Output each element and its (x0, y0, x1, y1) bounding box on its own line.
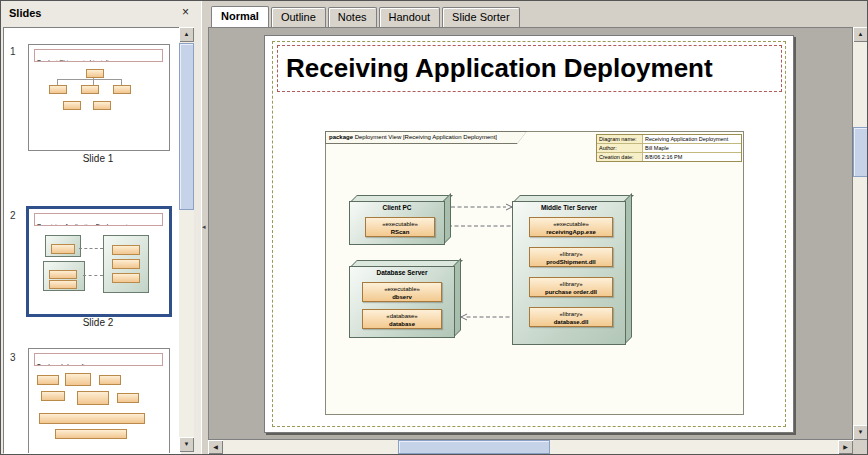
mini-shape (49, 280, 77, 289)
mini-node (103, 235, 149, 293)
frame-keyword: package (329, 134, 353, 140)
uml-frame-label: package Deployment View [Receiving Appli… (326, 132, 529, 143)
table-value: Receiving Application Deployment (643, 135, 741, 143)
tab-notes[interactable]: Notes (328, 7, 377, 27)
title-placeholder[interactable]: Receiving Application Deployment (277, 45, 782, 92)
table-key: Author: (597, 144, 643, 152)
table-row: Creation date: 8/8/06 2:16 PM (597, 152, 741, 161)
slide-thumbnail-3[interactable]: Top Level class diagram (28, 348, 170, 454)
component-receivingapp[interactable]: «executable» receivingApp.exe (529, 217, 613, 237)
uml-frame-pentagon: package Deployment View [Receiving Appli… (325, 131, 527, 144)
stereotype-label: «library» (530, 250, 612, 258)
table-value: Bill Maple (643, 144, 741, 152)
mini-slide-title: Product Shipment object diagram (35, 59, 126, 62)
node-database-server[interactable]: Database Server «executable» dbserv «dat… (349, 260, 461, 338)
table-key: Diagram name: (597, 135, 643, 143)
vertical-scrollbar-thumb[interactable] (853, 127, 868, 177)
mini-shape (77, 391, 109, 405)
slide-thumbnail-1[interactable]: Product Shipment object diagram (28, 44, 170, 151)
component-name: dbserv (363, 293, 441, 301)
component-name: prodShipment.dll (530, 258, 612, 266)
mini-shape (55, 429, 127, 439)
uml-frame[interactable]: package Deployment View [Receiving Appli… (325, 131, 744, 415)
slide-thumbnail-2[interactable]: Receiving Application Deployment (28, 208, 170, 315)
mini-title-box: Top Level class diagram (34, 353, 163, 366)
node-title: Middle Tier Server (512, 204, 626, 211)
mini-shape (117, 393, 139, 403)
component-prodshipment-dll[interactable]: «library» prodShipment.dll (529, 247, 613, 267)
component-dbserv[interactable]: «executable» dbserv (362, 282, 442, 302)
scroll-up-icon[interactable]: ▲ (179, 27, 194, 42)
mini-shape (51, 244, 75, 254)
scroll-down-icon[interactable]: ▼ (179, 437, 194, 452)
component-rscan[interactable]: «executable» RScan (365, 217, 435, 237)
collapse-panel-icon[interactable]: ◂ (202, 223, 206, 231)
mini-shape (112, 259, 140, 269)
stereotype-label: «library» (530, 310, 612, 318)
slide-2-number: 2 (10, 210, 16, 221)
slide-1-caption: Slide 1 (28, 153, 168, 164)
component-name: database (363, 320, 441, 328)
mini-node (43, 261, 85, 291)
scroll-down-icon[interactable]: ▼ (853, 425, 868, 440)
slide-title: Receiving Application Deployment (278, 46, 781, 91)
mini-shape (37, 375, 59, 385)
mini-shape (63, 101, 81, 110)
impress-window: Slides × 1 Product Shipment object diagr… (0, 0, 868, 455)
slide-3-number: 3 (10, 352, 16, 363)
mini-shape (65, 373, 91, 386)
horizontal-scrollbar-thumb[interactable] (398, 440, 550, 454)
stereotype-label: «database» (363, 312, 441, 320)
horizontal-scrollbar[interactable]: ◀ ▶ (208, 440, 853, 454)
vertical-scrollbar[interactable]: ▲ ▼ (853, 27, 868, 440)
tab-handout[interactable]: Handout (379, 7, 441, 27)
mini-shape (49, 270, 77, 279)
slides-panel: Slides × 1 Product Shipment object diagr… (1, 1, 202, 454)
slides-panel-title: Slides (9, 7, 41, 19)
mini-shape (99, 375, 121, 385)
slide-thumbnail-list[interactable]: 1 Product Shipment object diagram Slide … (3, 27, 181, 454)
panel-scrollbar[interactable]: ▲ ▼ (179, 27, 194, 452)
tab-outline[interactable]: Outline (271, 7, 326, 27)
slides-panel-header: Slides × (1, 1, 201, 27)
scroll-right-icon[interactable]: ▶ (838, 440, 853, 454)
mini-shape (81, 85, 99, 94)
mini-shape (112, 273, 140, 283)
close-icon[interactable]: × (178, 5, 193, 20)
mini-connector (57, 79, 121, 80)
mini-dependency (83, 275, 103, 276)
component-name: purchase order.dll (530, 288, 612, 296)
node-title: Client PC (349, 204, 445, 211)
mini-slide-title: Top Level class diagram (35, 363, 101, 366)
component-name: database.dll (530, 318, 612, 326)
component-purchase-order-dll[interactable]: «library» purchase order.dll (529, 277, 613, 297)
slide-1-number: 1 (10, 46, 16, 57)
scroll-left-icon[interactable]: ◀ (208, 440, 223, 454)
node-middle-tier-server[interactable]: Middle Tier Server «executable» receivin… (512, 195, 632, 345)
mini-node (45, 235, 81, 257)
mini-title-box: Product Shipment object diagram (34, 49, 163, 62)
table-value: 8/8/06 2:16 PM (643, 153, 741, 161)
table-row: Author: Bill Maple (597, 143, 741, 152)
table-row: Diagram name: Receiving Application Depl… (597, 135, 741, 143)
tab-slide-sorter[interactable]: Slide Sorter (442, 7, 519, 27)
slide-canvas[interactable]: Receiving Application Deployment package… (264, 35, 794, 433)
mini-shape (86, 69, 104, 78)
scroll-up-icon[interactable]: ▲ (853, 27, 868, 42)
frame-label-text: Deployment View [Receiving Application D… (353, 134, 497, 140)
tab-normal[interactable]: Normal (211, 6, 269, 28)
component-name: RScan (366, 228, 434, 236)
node-client-pc[interactable]: Client PC «executable» RScan (349, 195, 451, 245)
slide-2-caption: Slide 2 (28, 317, 168, 328)
table-key: Creation date: (597, 153, 643, 161)
stereotype-label: «executable» (363, 285, 441, 293)
component-database-dll[interactable]: «library» database.dll (529, 307, 613, 327)
panel-scrollbar-thumb[interactable] (179, 43, 194, 210)
mini-shape (41, 391, 65, 401)
mini-shape (113, 85, 131, 94)
component-database[interactable]: «database» database (362, 309, 442, 329)
mini-shape (49, 85, 67, 94)
mini-shape (93, 101, 111, 110)
mini-title-box: Receiving Application Deployment (34, 213, 163, 226)
stereotype-label: «executable» (366, 220, 434, 228)
